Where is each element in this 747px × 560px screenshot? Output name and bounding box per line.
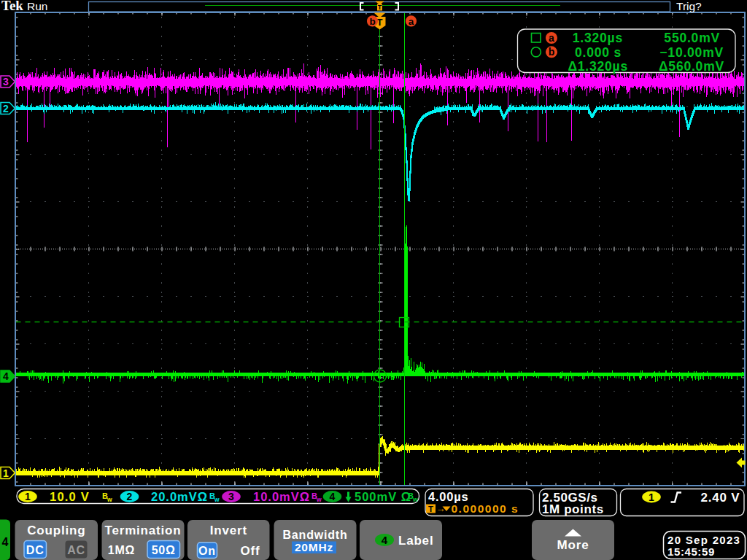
svg-text:1: 1 bbox=[649, 491, 654, 503]
svg-text:4: 4 bbox=[382, 534, 388, 546]
svg-text:1M points: 1M points bbox=[542, 502, 604, 516]
svg-text:w: w bbox=[316, 496, 322, 503]
svg-text:0.000 s: 0.000 s bbox=[575, 45, 622, 60]
svg-text:Coupling: Coupling bbox=[27, 524, 85, 537]
svg-text:20 Sep 2023: 20 Sep 2023 bbox=[667, 534, 740, 546]
svg-text:2.40 V: 2.40 V bbox=[701, 491, 740, 505]
svg-text:50Ω: 50Ω bbox=[152, 544, 176, 556]
svg-text:20MHz: 20MHz bbox=[295, 541, 333, 553]
svg-text:T: T bbox=[378, 4, 382, 11]
svg-text:20.0mVΩ: 20.0mVΩ bbox=[151, 490, 208, 503]
svg-text:Tek: Tek bbox=[1, 0, 23, 13]
svg-text:Trig?: Trig? bbox=[676, 0, 702, 12]
svg-text:4: 4 bbox=[2, 536, 9, 548]
svg-text:b: b bbox=[369, 16, 375, 27]
svg-text:1.320µs: 1.320µs bbox=[573, 31, 623, 45]
svg-text:Δ560.0mV: Δ560.0mV bbox=[659, 59, 724, 74]
svg-text:3: 3 bbox=[228, 491, 234, 502]
svg-text:a: a bbox=[409, 16, 414, 27]
svg-text:4: 4 bbox=[3, 370, 9, 382]
svg-text:AC: AC bbox=[67, 544, 85, 556]
svg-text:Label: Label bbox=[398, 534, 433, 548]
svg-text:0.000000 s: 0.000000 s bbox=[452, 502, 519, 515]
svg-text:a: a bbox=[549, 32, 554, 44]
svg-text:500mV Ω: 500mV Ω bbox=[355, 490, 411, 503]
svg-text:10.0 V: 10.0 V bbox=[50, 490, 90, 503]
svg-text:10.0mVΩ: 10.0mVΩ bbox=[253, 490, 310, 503]
svg-text:w: w bbox=[107, 496, 112, 503]
svg-text:4.00µs: 4.00µs bbox=[428, 490, 469, 503]
svg-text:550.0mV: 550.0mV bbox=[664, 31, 720, 45]
svg-text:Off: Off bbox=[241, 544, 260, 558]
svg-text:T: T bbox=[428, 505, 433, 513]
svg-text:1MΩ: 1MΩ bbox=[108, 544, 135, 556]
svg-text:Bandwidth: Bandwidth bbox=[283, 529, 348, 541]
svg-text:2: 2 bbox=[127, 491, 133, 502]
svg-text:w: w bbox=[412, 496, 418, 503]
svg-text:1: 1 bbox=[25, 491, 31, 502]
svg-text:Termination: Termination bbox=[105, 524, 182, 537]
svg-text:b: b bbox=[549, 46, 555, 58]
svg-text:15:45:59: 15:45:59 bbox=[667, 545, 715, 558]
svg-text:Run: Run bbox=[27, 0, 47, 12]
svg-text:4: 4 bbox=[330, 491, 336, 502]
svg-text:Invert: Invert bbox=[210, 524, 247, 537]
svg-text:2: 2 bbox=[3, 103, 9, 114]
svg-text:−10.00mV: −10.00mV bbox=[659, 45, 724, 60]
svg-text:→: → bbox=[436, 503, 446, 514]
svg-text:w: w bbox=[214, 496, 220, 503]
svg-text:Δ1.320µs: Δ1.320µs bbox=[568, 59, 628, 74]
svg-text:More: More bbox=[557, 538, 589, 552]
svg-text:3: 3 bbox=[3, 76, 9, 88]
svg-text:DC: DC bbox=[26, 544, 44, 556]
svg-text:1: 1 bbox=[3, 467, 9, 479]
svg-text:On: On bbox=[198, 545, 216, 557]
